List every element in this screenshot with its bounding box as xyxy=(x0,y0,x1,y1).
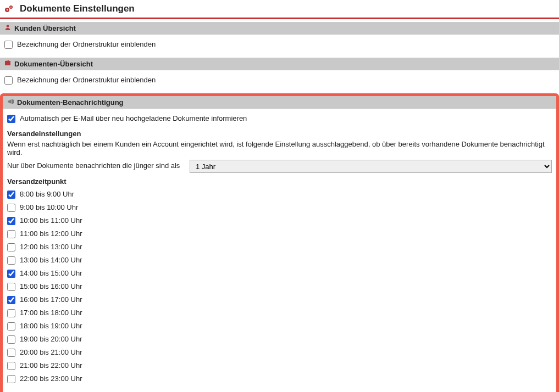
auto-notify-label: Automatisch per E-Mail über neu hochgela… xyxy=(20,113,247,124)
time-slot-row[interactable]: 21:00 bis 22:00 Uhr xyxy=(7,359,552,372)
time-slot-checkbox[interactable] xyxy=(7,349,15,357)
time-slot-label: 16:00 bis 17:00 Uhr xyxy=(20,294,82,305)
svg-point-3 xyxy=(10,7,12,8)
time-slot-label: 15:00 bis 16:00 Uhr xyxy=(20,281,82,292)
time-slot-label: 11:00 bis 12:00 Uhr xyxy=(20,228,82,239)
time-slot-row[interactable]: 10:00 bis 11:00 Uhr xyxy=(7,214,552,227)
time-slot-label: 18:00 bis 19:00 Uhr xyxy=(20,321,82,332)
time-slot-row[interactable]: 22:00 bis 23:00 Uhr xyxy=(7,372,552,385)
time-slot-row[interactable]: 12:00 bis 13:00 Uhr xyxy=(7,240,552,254)
time-slot-label: 17:00 bis 18:00 Uhr xyxy=(20,307,82,318)
time-slot-label: 8:00 bis 9:00 Uhr xyxy=(20,189,74,200)
time-slot-checkbox[interactable] xyxy=(7,256,15,265)
user-icon xyxy=(4,24,11,32)
documents-folder-checkbox[interactable] xyxy=(4,76,13,85)
time-slot-checkbox[interactable] xyxy=(7,230,15,238)
auto-notify-row[interactable]: Automatisch per E-Mail über neu hochgela… xyxy=(7,112,552,125)
section-title-customers: Kunden Übersicht xyxy=(14,24,76,32)
customers-folder-checkbox[interactable] xyxy=(4,41,13,49)
auto-notify-checkbox[interactable] xyxy=(7,115,15,123)
documents-folder-label: Bezeichnung der Ordnerstruktur einblende… xyxy=(17,75,156,86)
briefcase-icon xyxy=(4,60,11,68)
time-slot-checkbox[interactable] xyxy=(7,375,15,383)
section-header-notify: Dokumenten-Benachrichtigung xyxy=(3,96,556,109)
time-slot-checkbox[interactable] xyxy=(7,217,15,225)
time-slot-row[interactable]: 19:00 bis 20:00 Uhr xyxy=(7,333,552,346)
time-slot-row[interactable]: 20:00 bis 21:00 Uhr xyxy=(7,346,552,359)
page-header: Dokumente Einstellungen xyxy=(0,0,559,19)
time-slot-checkbox[interactable] xyxy=(7,283,15,291)
time-slot-checkbox[interactable] xyxy=(7,204,15,212)
time-slot-checkbox[interactable] xyxy=(7,270,15,278)
time-slot-label: 22:00 bis 23:00 Uhr xyxy=(20,373,82,384)
time-slot-row[interactable]: 17:00 bis 18:00 Uhr xyxy=(7,306,552,320)
time-slot-label: 12:00 bis 13:00 Uhr xyxy=(20,242,82,253)
page-title: Dokumente Einstellungen xyxy=(20,3,135,14)
time-slot-checkbox[interactable] xyxy=(7,309,15,317)
time-slot-row[interactable]: 13:00 bis 14:00 Uhr xyxy=(7,254,552,267)
highlight-notify-section: Dokumenten-Benachrichtigung Automatisch … xyxy=(0,93,559,392)
time-slot-checkbox[interactable] xyxy=(7,243,15,251)
documents-folder-label-row[interactable]: Bezeichnung der Ordnerstruktur einblende… xyxy=(4,74,555,87)
time-slot-row[interactable]: 9:00 bis 10:00 Uhr xyxy=(7,201,552,214)
time-slot-label: 21:00 bis 22:00 Uhr xyxy=(20,360,82,371)
section-customers: Kunden Übersicht Bezeichnung der Ordners… xyxy=(0,22,559,54)
time-slot-label: 14:00 bis 15:00 Uhr xyxy=(20,268,82,279)
age-filter-select[interactable]: 1 Jahr xyxy=(190,160,552,173)
time-slot-label: 9:00 bis 10:00 Uhr xyxy=(20,202,78,213)
time-slot-checkbox[interactable] xyxy=(7,296,15,304)
gear-icon xyxy=(4,5,14,13)
time-slot-row[interactable]: 15:00 bis 16:00 Uhr xyxy=(7,280,552,293)
time-slot-label: 13:00 bis 14:00 Uhr xyxy=(20,255,82,266)
section-header-customers: Kunden Übersicht xyxy=(0,22,559,35)
time-slot-label: 19:00 bis 20:00 Uhr xyxy=(20,334,82,345)
customers-folder-label-row[interactable]: Bezeichnung der Ordnerstruktur einblende… xyxy=(4,38,555,51)
time-slot-row[interactable]: 18:00 bis 19:00 Uhr xyxy=(7,320,552,333)
dispatch-description: Wenn erst nachträglich bei einem Kunden … xyxy=(7,140,552,156)
time-slot-checkbox[interactable] xyxy=(7,335,15,344)
time-slot-label: 20:00 bis 21:00 Uhr xyxy=(20,347,82,358)
time-slot-row[interactable]: 11:00 bis 12:00 Uhr xyxy=(7,227,552,240)
time-slot-checkbox[interactable] xyxy=(7,322,15,331)
section-title-documents: Dokumenten-Übersicht xyxy=(14,60,93,68)
time-slot-checkbox[interactable] xyxy=(7,191,15,199)
section-title-notify: Dokumenten-Benachrichtigung xyxy=(17,98,124,107)
megaphone-icon xyxy=(7,98,14,107)
time-slot-row[interactable]: 14:00 bis 15:00 Uhr xyxy=(7,267,552,280)
time-slot-row[interactable]: 16:00 bis 17:00 Uhr xyxy=(7,293,552,306)
time-heading: Versandzeitpunkt xyxy=(7,177,552,186)
time-slot-checkbox[interactable] xyxy=(7,362,15,370)
age-filter-row: Nur über Dokumente benachrichten die jün… xyxy=(7,160,552,173)
age-filter-label: Nur über Dokumente benachrichten die jün… xyxy=(7,160,183,170)
section-header-documents: Dokumenten-Übersicht xyxy=(0,58,559,70)
time-list: 8:00 bis 9:00 Uhr9:00 bis 10:00 Uhr10:00… xyxy=(7,188,552,385)
svg-point-1 xyxy=(7,9,8,10)
time-slot-label: 10:00 bis 11:00 Uhr xyxy=(20,215,82,226)
time-slot-row[interactable]: 8:00 bis 9:00 Uhr xyxy=(7,188,552,201)
dispatch-heading: Versandeinstellungen xyxy=(7,130,552,138)
customers-folder-label: Bezeichnung der Ordnerstruktur einblende… xyxy=(17,39,156,50)
section-documents: Dokumenten-Übersicht Bezeichnung der Ord… xyxy=(0,58,559,90)
